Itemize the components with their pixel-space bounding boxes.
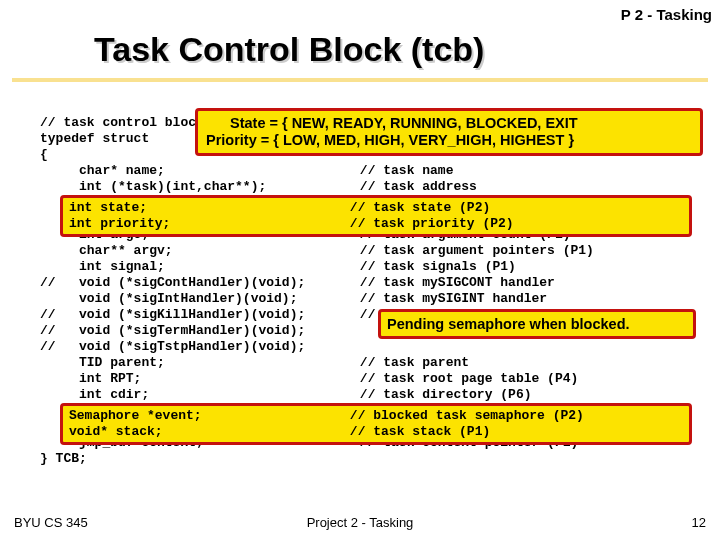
callout-pending-note: Pending semaphore when blocked.	[378, 309, 696, 339]
highlight-line: void* stack; // task stack (P1)	[69, 424, 490, 439]
code-line: int cdir; // task directory (P6)	[40, 387, 531, 402]
highlight-line: Semaphore *event; // blocked task semaph…	[69, 408, 584, 423]
code-line: // task control block	[40, 115, 204, 130]
footer-page-number: 12	[692, 515, 706, 530]
highlight-line: int state; // task state (P2)	[69, 200, 490, 215]
callout-highlight-state: int state; // task state (P2) int priori…	[60, 195, 692, 237]
code-line: int RPT; // task root page table (P4)	[40, 371, 578, 386]
callout-highlight-event: Semaphore *event; // blocked task semaph…	[60, 403, 692, 445]
title-underline	[12, 78, 708, 82]
code-line: void (*sigIntHandler)(void); // task myS…	[40, 291, 547, 306]
code-line: // void (*sigTermHandler)(void);	[40, 323, 305, 338]
code-line: {	[40, 147, 48, 162]
code-line: // void (*sigTstpHandler)(void);	[40, 339, 305, 354]
page-title: Task Control Block (tcb)	[94, 30, 484, 69]
code-line: TID parent; // task parent	[40, 355, 469, 370]
code-line: typedef struct	[40, 131, 149, 146]
highlight-line: int priority; // task priority (P2)	[69, 216, 514, 231]
code-line: int signal; // task signals (P1)	[40, 259, 516, 274]
code-line: int (*task)(int,char**); // task address	[40, 179, 477, 194]
code-line: char** argv; // task argument pointers (…	[40, 243, 594, 258]
footer-center: Project 2 - Tasking	[0, 515, 720, 530]
code-line: } TCB;	[40, 451, 87, 466]
code-line: char* name; // task name	[40, 163, 453, 178]
code-line: // void (*sigContHandler)(void); // task…	[40, 275, 555, 290]
callout-enums: State = { NEW, READY, RUNNING, BLOCKED, …	[195, 108, 703, 156]
header-label: P 2 - Tasking	[621, 6, 712, 23]
enum-state-line: State = { NEW, READY, RUNNING, BLOCKED, …	[206, 115, 692, 132]
enum-priority-line: Priority = { LOW, MED, HIGH, VERY_HIGH, …	[206, 132, 692, 149]
